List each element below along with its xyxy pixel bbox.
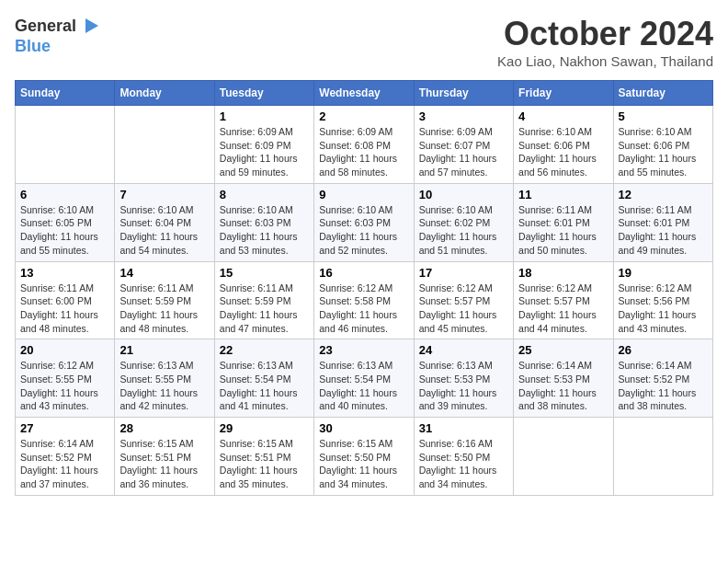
day-number: 17: [419, 266, 508, 280]
day-info: Sunrise: 6:10 AMSunset: 6:02 PMDaylight:…: [419, 203, 508, 258]
day-info: Sunrise: 6:14 AMSunset: 5:53 PMDaylight:…: [518, 359, 608, 413]
day-info: Sunrise: 6:15 AMSunset: 5:50 PMDaylight:…: [319, 437, 408, 491]
calendar-cell: 13Sunrise: 6:11 AMSunset: 6:00 PMDayligh…: [16, 261, 115, 339]
calendar-cell: 22Sunrise: 6:13 AMSunset: 5:54 PMDayligh…: [214, 339, 313, 418]
day-number: 30: [319, 421, 408, 435]
day-number: 14: [119, 266, 209, 280]
day-number: 10: [419, 188, 508, 201]
calendar-header-row: SundayMondayTuesdayWednesdayThursdayFrid…: [16, 81, 713, 106]
calendar-cell: 24Sunrise: 6:13 AMSunset: 5:53 PMDayligh…: [414, 339, 513, 418]
day-info: Sunrise: 6:11 AMSunset: 5:59 PMDaylight:…: [220, 282, 309, 336]
day-number: 18: [518, 266, 608, 280]
calendar-cell: 12Sunrise: 6:11 AMSunset: 6:01 PMDayligh…: [613, 183, 712, 261]
day-number: 5: [619, 109, 708, 123]
day-number: 9: [319, 188, 408, 201]
month-title: October 2024: [497, 15, 713, 53]
day-info: Sunrise: 6:11 AMSunset: 5:59 PMDaylight:…: [119, 282, 209, 336]
day-info: Sunrise: 6:13 AMSunset: 5:53 PMDaylight:…: [419, 359, 508, 413]
calendar-cell: 3Sunrise: 6:09 AMSunset: 6:07 PMDaylight…: [414, 106, 513, 184]
calendar-cell: 30Sunrise: 6:15 AMSunset: 5:50 PMDayligh…: [314, 418, 414, 496]
day-number: 29: [220, 421, 309, 435]
day-info: Sunrise: 6:10 AMSunset: 6:03 PMDaylight:…: [319, 203, 408, 258]
day-number: 22: [220, 343, 309, 357]
calendar-cell: 5Sunrise: 6:10 AMSunset: 6:06 PMDaylight…: [613, 106, 712, 184]
calendar-cell: 2Sunrise: 6:09 AMSunset: 6:08 PMDaylight…: [314, 106, 414, 184]
calendar-cell: 7Sunrise: 6:10 AMSunset: 6:04 PMDaylight…: [115, 183, 214, 261]
day-of-week-header: Tuesday: [214, 81, 313, 106]
calendar-cell: 25Sunrise: 6:14 AMSunset: 5:53 PMDayligh…: [514, 339, 613, 418]
day-number: 31: [419, 421, 508, 435]
calendar-body: 1Sunrise: 6:09 AMSunset: 6:09 PMDaylight…: [16, 106, 713, 496]
day-info: Sunrise: 6:15 AMSunset: 5:51 PMDaylight:…: [119, 437, 209, 491]
calendar-cell: 17Sunrise: 6:12 AMSunset: 5:57 PMDayligh…: [414, 261, 513, 339]
svg-marker-0: [85, 18, 98, 33]
calendar-cell: 31Sunrise: 6:16 AMSunset: 5:50 PMDayligh…: [414, 418, 513, 496]
title-block: October 2024 Kao Liao, Nakhon Sawan, Tha…: [497, 15, 713, 69]
day-number: 2: [319, 109, 408, 123]
day-info: Sunrise: 6:10 AMSunset: 6:06 PMDaylight:…: [619, 125, 708, 179]
day-number: 23: [319, 343, 408, 357]
calendar-cell: [16, 106, 115, 184]
day-info: Sunrise: 6:16 AMSunset: 5:50 PMDaylight:…: [419, 437, 508, 491]
day-number: 27: [20, 421, 109, 435]
day-number: 13: [20, 266, 109, 280]
day-info: Sunrise: 6:13 AMSunset: 5:54 PMDaylight:…: [220, 359, 309, 413]
day-info: Sunrise: 6:10 AMSunset: 6:05 PMDaylight:…: [20, 203, 109, 258]
day-of-week-header: Saturday: [613, 81, 712, 106]
logo: General Blue: [15, 15, 100, 56]
logo-general: General: [15, 17, 76, 36]
day-info: Sunrise: 6:11 AMSunset: 6:00 PMDaylight:…: [20, 282, 109, 336]
day-number: 24: [419, 343, 508, 357]
day-number: 4: [518, 109, 608, 123]
day-number: 3: [419, 109, 508, 123]
day-info: Sunrise: 6:13 AMSunset: 5:54 PMDaylight:…: [319, 359, 408, 413]
day-of-week-header: Monday: [115, 81, 214, 106]
calendar-cell: 20Sunrise: 6:12 AMSunset: 5:55 PMDayligh…: [16, 339, 115, 418]
calendar-week-row: 1Sunrise: 6:09 AMSunset: 6:09 PMDaylight…: [16, 106, 713, 184]
day-info: Sunrise: 6:12 AMSunset: 5:55 PMDaylight:…: [20, 359, 109, 413]
day-info: Sunrise: 6:11 AMSunset: 6:01 PMDaylight:…: [518, 203, 608, 258]
day-info: Sunrise: 6:13 AMSunset: 5:55 PMDaylight:…: [119, 359, 209, 413]
day-number: 6: [20, 188, 109, 201]
logo-blue: Blue: [15, 37, 51, 55]
calendar-cell: 14Sunrise: 6:11 AMSunset: 5:59 PMDayligh…: [115, 261, 214, 339]
calendar-week-row: 27Sunrise: 6:14 AMSunset: 5:52 PMDayligh…: [16, 418, 713, 496]
calendar-cell: 11Sunrise: 6:11 AMSunset: 6:01 PMDayligh…: [514, 183, 613, 261]
calendar-cell: [613, 418, 712, 496]
page-header: General Blue October 2024 Kao Liao, Nakh…: [15, 15, 713, 69]
day-number: 28: [119, 421, 209, 435]
calendar-cell: [115, 106, 214, 184]
calendar-table: SundayMondayTuesdayWednesdayThursdayFrid…: [15, 80, 713, 496]
location-title: Kao Liao, Nakhon Sawan, Thailand: [497, 53, 713, 69]
day-info: Sunrise: 6:12 AMSunset: 5:57 PMDaylight:…: [419, 282, 508, 336]
calendar-cell: 4Sunrise: 6:10 AMSunset: 6:06 PMDaylight…: [514, 106, 613, 184]
day-info: Sunrise: 6:10 AMSunset: 6:06 PMDaylight:…: [518, 125, 608, 179]
day-number: 19: [619, 266, 708, 280]
calendar-cell: 15Sunrise: 6:11 AMSunset: 5:59 PMDayligh…: [214, 261, 313, 339]
day-number: 7: [119, 188, 209, 201]
day-number: 16: [319, 266, 408, 280]
calendar-week-row: 6Sunrise: 6:10 AMSunset: 6:05 PMDaylight…: [16, 183, 713, 261]
day-info: Sunrise: 6:11 AMSunset: 6:01 PMDaylight:…: [619, 203, 708, 258]
day-number: 8: [220, 188, 309, 201]
day-info: Sunrise: 6:09 AMSunset: 6:08 PMDaylight:…: [319, 125, 408, 179]
day-number: 1: [220, 109, 309, 123]
day-number: 21: [119, 343, 209, 357]
calendar-cell: 21Sunrise: 6:13 AMSunset: 5:55 PMDayligh…: [115, 339, 214, 418]
day-info: Sunrise: 6:10 AMSunset: 6:04 PMDaylight:…: [119, 203, 209, 258]
day-info: Sunrise: 6:14 AMSunset: 5:52 PMDaylight:…: [20, 437, 109, 491]
calendar-cell: 23Sunrise: 6:13 AMSunset: 5:54 PMDayligh…: [314, 339, 414, 418]
day-number: 20: [20, 343, 109, 357]
logo-icon: [78, 15, 100, 37]
calendar-cell: 6Sunrise: 6:10 AMSunset: 6:05 PMDaylight…: [16, 183, 115, 261]
day-of-week-header: Thursday: [414, 81, 513, 106]
day-info: Sunrise: 6:12 AMSunset: 5:56 PMDaylight:…: [619, 282, 708, 336]
day-info: Sunrise: 6:14 AMSunset: 5:52 PMDaylight:…: [619, 359, 708, 413]
calendar-cell: 16Sunrise: 6:12 AMSunset: 5:58 PMDayligh…: [314, 261, 414, 339]
day-info: Sunrise: 6:09 AMSunset: 6:07 PMDaylight:…: [419, 125, 508, 179]
day-of-week-header: Friday: [514, 81, 613, 106]
calendar-cell: 18Sunrise: 6:12 AMSunset: 5:57 PMDayligh…: [514, 261, 613, 339]
calendar-cell: 27Sunrise: 6:14 AMSunset: 5:52 PMDayligh…: [16, 418, 115, 496]
day-info: Sunrise: 6:09 AMSunset: 6:09 PMDaylight:…: [220, 125, 309, 179]
day-info: Sunrise: 6:12 AMSunset: 5:58 PMDaylight:…: [319, 282, 408, 336]
